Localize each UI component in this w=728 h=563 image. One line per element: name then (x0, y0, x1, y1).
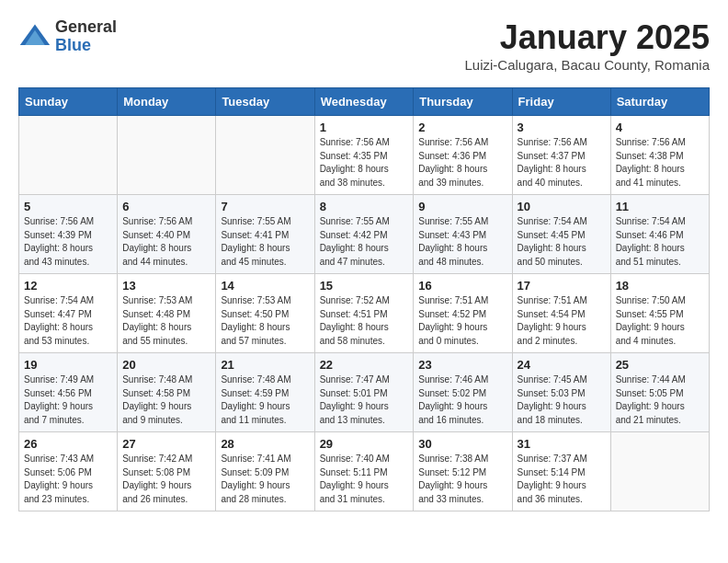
day-number: 9 (418, 200, 506, 213)
calendar-cell: 22Sunrise: 7:47 AMSunset: 5:01 PMDayligh… (314, 353, 414, 432)
calendar-cell: 1Sunrise: 7:56 AMSunset: 4:35 PMDaylight… (314, 116, 414, 195)
day-info: Sunrise: 7:52 AMSunset: 4:51 PMDaylight:… (320, 294, 409, 348)
day-info: Sunrise: 7:44 AMSunset: 5:05 PMDaylight:… (616, 373, 704, 427)
weekday-header-row: SundayMondayTuesdayWednesdayThursdayFrid… (19, 88, 710, 116)
calendar-cell: 8Sunrise: 7:55 AMSunset: 4:42 PMDaylight… (314, 195, 414, 274)
day-info: Sunrise: 7:55 AMSunset: 4:42 PMDaylight:… (320, 215, 409, 269)
day-info: Sunrise: 7:55 AMSunset: 4:41 PMDaylight:… (221, 215, 309, 269)
day-info: Sunrise: 7:45 AMSunset: 5:03 PMDaylight:… (518, 373, 606, 427)
calendar-cell: 31Sunrise: 7:37 AMSunset: 5:14 PMDayligh… (512, 432, 610, 511)
day-number: 13 (122, 279, 210, 293)
calendar-cell: 29Sunrise: 7:40 AMSunset: 5:11 PMDayligh… (314, 432, 414, 511)
calendar-cell (19, 116, 118, 195)
week-row-2: 5Sunrise: 7:56 AMSunset: 4:39 PMDaylight… (19, 195, 710, 274)
calendar-cell: 16Sunrise: 7:51 AMSunset: 4:52 PMDayligh… (414, 274, 512, 353)
calendar-cell: 17Sunrise: 7:51 AMSunset: 4:54 PMDayligh… (512, 274, 610, 353)
week-row-1: 1Sunrise: 7:56 AMSunset: 4:35 PMDaylight… (19, 116, 710, 195)
day-number: 29 (320, 437, 409, 451)
week-row-5: 26Sunrise: 7:43 AMSunset: 5:06 PMDayligh… (19, 432, 710, 511)
weekday-header-thursday: Thursday (414, 88, 512, 116)
day-info: Sunrise: 7:50 AMSunset: 4:55 PMDaylight:… (616, 294, 704, 348)
logo-blue-text: Blue (55, 37, 117, 55)
day-number: 11 (616, 200, 704, 213)
day-number: 27 (122, 437, 210, 451)
day-info: Sunrise: 7:37 AMSunset: 5:14 PMDaylight:… (518, 453, 606, 506)
calendar-cell: 20Sunrise: 7:48 AMSunset: 4:58 PMDayligh… (118, 353, 216, 432)
day-info: Sunrise: 7:56 AMSunset: 4:36 PMDaylight:… (418, 136, 506, 190)
calendar-cell: 18Sunrise: 7:50 AMSunset: 4:55 PMDayligh… (610, 274, 709, 353)
day-info: Sunrise: 7:46 AMSunset: 5:02 PMDaylight:… (418, 373, 506, 427)
location-title: Luizi-Calugara, Bacau County, Romania (464, 57, 710, 73)
day-number: 21 (221, 358, 309, 372)
calendar-cell: 4Sunrise: 7:56 AMSunset: 4:38 PMDaylight… (610, 116, 709, 195)
day-info: Sunrise: 7:47 AMSunset: 5:01 PMDaylight:… (320, 373, 409, 427)
calendar-cell: 30Sunrise: 7:38 AMSunset: 5:12 PMDayligh… (414, 432, 512, 511)
day-number: 20 (122, 358, 210, 372)
day-info: Sunrise: 7:40 AMSunset: 5:11 PMDaylight:… (320, 453, 409, 506)
calendar-cell: 11Sunrise: 7:54 AMSunset: 4:46 PMDayligh… (610, 195, 709, 274)
day-number: 6 (122, 200, 210, 213)
day-number: 26 (24, 437, 112, 451)
day-info: Sunrise: 7:48 AMSunset: 4:59 PMDaylight:… (221, 373, 309, 427)
calendar-cell: 10Sunrise: 7:54 AMSunset: 4:45 PMDayligh… (512, 195, 610, 274)
calendar-cell: 28Sunrise: 7:41 AMSunset: 5:09 PMDayligh… (216, 432, 314, 511)
weekday-header-sunday: Sunday (19, 88, 118, 116)
calendar-cell: 14Sunrise: 7:53 AMSunset: 4:50 PMDayligh… (216, 274, 314, 353)
calendar-table: SundayMondayTuesdayWednesdayThursdayFrid… (18, 87, 710, 511)
day-info: Sunrise: 7:54 AMSunset: 4:47 PMDaylight:… (24, 294, 112, 348)
day-number: 5 (24, 200, 112, 213)
day-number: 10 (518, 200, 606, 213)
day-info: Sunrise: 7:56 AMSunset: 4:37 PMDaylight:… (518, 136, 606, 190)
day-number: 3 (518, 121, 606, 134)
calendar-cell: 12Sunrise: 7:54 AMSunset: 4:47 PMDayligh… (19, 274, 118, 353)
day-number: 18 (616, 279, 704, 293)
title-area: January 2025 Luizi-Calugara, Bacau Count… (464, 18, 710, 73)
calendar-cell: 13Sunrise: 7:53 AMSunset: 4:48 PMDayligh… (118, 274, 216, 353)
day-number: 30 (418, 437, 506, 451)
day-info: Sunrise: 7:42 AMSunset: 5:08 PMDaylight:… (122, 453, 210, 506)
logo-general-text: General (55, 18, 117, 37)
day-info: Sunrise: 7:51 AMSunset: 4:54 PMDaylight:… (518, 294, 606, 348)
day-number: 7 (221, 200, 309, 213)
calendar-cell: 24Sunrise: 7:45 AMSunset: 5:03 PMDayligh… (512, 353, 610, 432)
page-header: General Blue January 2025 Luizi-Calugara… (18, 18, 710, 73)
day-number: 14 (221, 279, 309, 293)
day-number: 1 (320, 121, 409, 134)
day-number: 23 (418, 358, 506, 372)
day-info: Sunrise: 7:53 AMSunset: 4:50 PMDaylight:… (221, 294, 309, 348)
day-number: 17 (518, 279, 606, 293)
weekday-header-tuesday: Tuesday (216, 88, 314, 116)
day-number: 15 (320, 279, 409, 293)
calendar-cell (216, 116, 314, 195)
day-info: Sunrise: 7:48 AMSunset: 4:58 PMDaylight:… (122, 373, 210, 427)
logo-text: General Blue (55, 18, 117, 55)
logo-icon (18, 20, 51, 53)
day-number: 28 (221, 437, 309, 451)
calendar-cell: 6Sunrise: 7:56 AMSunset: 4:40 PMDaylight… (118, 195, 216, 274)
day-number: 2 (418, 121, 506, 134)
week-row-3: 12Sunrise: 7:54 AMSunset: 4:47 PMDayligh… (19, 274, 710, 353)
day-info: Sunrise: 7:56 AMSunset: 4:40 PMDaylight:… (122, 215, 210, 269)
day-number: 4 (616, 121, 704, 134)
day-info: Sunrise: 7:53 AMSunset: 4:48 PMDaylight:… (122, 294, 210, 348)
day-info: Sunrise: 7:56 AMSunset: 4:39 PMDaylight:… (24, 215, 112, 269)
calendar-cell: 21Sunrise: 7:48 AMSunset: 4:59 PMDayligh… (216, 353, 314, 432)
calendar-cell: 9Sunrise: 7:55 AMSunset: 4:43 PMDaylight… (414, 195, 512, 274)
calendar-cell: 3Sunrise: 7:56 AMSunset: 4:37 PMDaylight… (512, 116, 610, 195)
day-info: Sunrise: 7:51 AMSunset: 4:52 PMDaylight:… (418, 294, 506, 348)
weekday-header-wednesday: Wednesday (314, 88, 414, 116)
day-info: Sunrise: 7:49 AMSunset: 4:56 PMDaylight:… (24, 373, 112, 427)
day-info: Sunrise: 7:41 AMSunset: 5:09 PMDaylight:… (221, 453, 309, 506)
day-info: Sunrise: 7:56 AMSunset: 4:38 PMDaylight:… (616, 136, 704, 190)
day-info: Sunrise: 7:54 AMSunset: 4:45 PMDaylight:… (518, 215, 606, 269)
day-info: Sunrise: 7:38 AMSunset: 5:12 PMDaylight:… (418, 453, 506, 506)
calendar-cell: 25Sunrise: 7:44 AMSunset: 5:05 PMDayligh… (610, 353, 709, 432)
weekday-header-monday: Monday (118, 88, 216, 116)
day-number: 12 (24, 279, 112, 293)
week-row-4: 19Sunrise: 7:49 AMSunset: 4:56 PMDayligh… (19, 353, 710, 432)
day-number: 24 (518, 358, 606, 372)
day-info: Sunrise: 7:43 AMSunset: 5:06 PMDaylight:… (24, 453, 112, 506)
day-number: 22 (320, 358, 409, 372)
day-info: Sunrise: 7:55 AMSunset: 4:43 PMDaylight:… (418, 215, 506, 269)
day-number: 16 (418, 279, 506, 293)
